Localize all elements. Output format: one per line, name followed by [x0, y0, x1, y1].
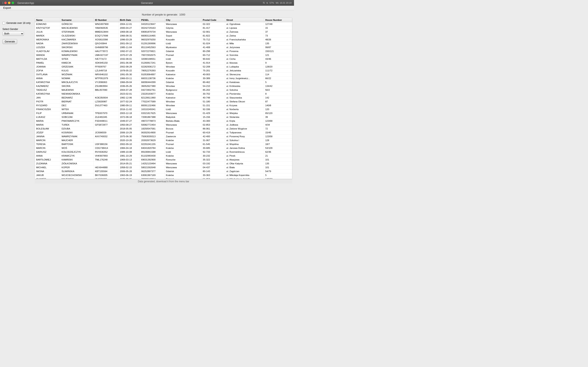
table-cell: 51-180	[201, 100, 225, 104]
table-cell: ul. Wspólna	[225, 142, 264, 146]
table-cell: 2000-04-27	[119, 26, 140, 30]
gender-select-group: Select Gender Both Male Female	[2, 28, 32, 36]
table-cell: 121	[264, 53, 292, 57]
table-cell: JCI596559	[94, 131, 119, 134]
notification-icon: N	[263, 1, 265, 4]
titlebar:  GeneratorApp Generator N ℼ 57% Wt. 16.…	[0, 0, 294, 6]
close-button[interactable]	[4, 2, 7, 4]
table-cell: 80-298	[201, 49, 225, 53]
table-row: MAREKOLSZEWSKIEOQ7176981966-08-316608311…	[35, 34, 292, 38]
table-cell: ul. Jodłowa	[225, 123, 264, 127]
table-cell: 140/8	[264, 104, 292, 108]
table-cell: 81-822	[201, 34, 225, 38]
table-cell: 30-232	[201, 154, 225, 158]
table-row: WANDAWAWRZYNIAKUMH3271971970-07-29700729…	[35, 53, 292, 57]
table-cell: TPE657970	[94, 111, 119, 115]
table-cell: SITEK	[60, 57, 94, 61]
menubar-export[interactable]: Export	[2, 6, 13, 10]
table-cell: WAWRZYNIAK	[60, 53, 94, 57]
table-cell: 120	[264, 108, 292, 111]
table-cell: 02291041155	[140, 142, 164, 146]
table-cell: 1978-09-06	[119, 177, 140, 179]
generate-button[interactable]: Generate	[2, 39, 17, 44]
table-cell: Gdańsk	[164, 169, 201, 173]
table-cell: TML176248	[94, 158, 119, 162]
table-cell: 80-462	[201, 80, 225, 84]
table-cell: 2001-06-08	[119, 61, 140, 65]
table-cell: 75-712	[201, 38, 225, 42]
table-cell: WOŹNIAK	[60, 73, 94, 76]
table-row: KATARZYNANIEWIADOMSKA2023-02-01232201936…	[35, 92, 292, 96]
table-cell: OLSZEWSKI	[60, 34, 94, 38]
table-cell: 75063039313	[140, 134, 164, 138]
table-cell: URBANIAK	[60, 111, 94, 115]
table-row: OLIWIERMAJEWSKIVLY3710651978-09-06780906…	[35, 177, 292, 179]
table-cell: MARIA	[35, 123, 60, 127]
table-row: KRZYSZTOFMACIEJEWSKIYAW3605352000-04-270…	[35, 26, 292, 30]
table-cell: 06302914900	[140, 131, 164, 134]
table-cell: HEV644880	[94, 166, 119, 169]
window-title: Generator	[141, 1, 153, 4]
table-cell: 02-322	[201, 22, 225, 26]
table-cell: 142	[264, 96, 292, 100]
table-cell: ul. Lubiąska	[225, 65, 264, 69]
table-cell: AXX740032	[94, 134, 119, 138]
table-cell: 21	[264, 154, 292, 158]
table-row: TERESABARTOSIKUSF3881562002-09-100229104…	[35, 142, 292, 146]
table-cell: Wrocław	[164, 65, 201, 69]
table-cell: STEFANIAK	[60, 30, 94, 34]
table-cell: NIEWIADOMSKA	[60, 92, 94, 96]
table-cell: JÓZEF	[35, 131, 60, 134]
table-cell: MATYLDA	[35, 57, 60, 61]
table-cell: JAKUB	[35, 173, 60, 177]
table-row: JULIASTEFANIAKMME8138441969-08-186908187…	[35, 30, 292, 34]
table-cell: 37	[264, 30, 292, 34]
table-cell: ul. Ofiar Katynia	[225, 162, 264, 166]
table-column-header: Street	[225, 18, 264, 22]
maximize-button[interactable]	[12, 2, 14, 4]
table-cell: Zawiercie	[164, 134, 201, 138]
table-cell: Bytom	[164, 61, 201, 65]
table-cell: 30-389	[201, 76, 225, 80]
minimize-button[interactable]	[8, 2, 10, 4]
table-cell: 123/68	[264, 119, 292, 123]
table-cell: Kraków	[164, 154, 201, 158]
table-cell: Gdynia	[164, 26, 201, 30]
table-cell: KOPER	[60, 166, 94, 169]
data-table-container[interactable]: NameSurnameID NumberBirth DatePESELCityP…	[35, 18, 292, 179]
table-cell: ul. Jeżynowa	[225, 45, 264, 49]
table-cell: 43-300	[201, 119, 225, 123]
table-header-row: NameSurnameID NumberBirth DatePESELCityP…	[35, 18, 292, 22]
table-cell: KULIG	[60, 69, 94, 73]
table-cell: 2004-07-28	[119, 88, 140, 92]
table-cell: ul. Kwiatowa	[225, 80, 264, 84]
table-row: JOANNAGRZESIAKFFI5097672002-08-290228293…	[35, 65, 292, 69]
table-cell: 51-151	[201, 104, 225, 108]
table-cell: KAMIŃSKI	[60, 158, 94, 162]
table-cell: JOANNA	[35, 65, 60, 69]
table-cell: Warszawa	[164, 162, 201, 166]
table-cell: 40-748	[201, 96, 225, 100]
gender-select[interactable]: Both Male Female	[2, 31, 24, 36]
table-cell: LESZEK	[35, 45, 60, 49]
table-cell: 63061967169	[140, 173, 164, 177]
table-cell: 1950-08-27	[119, 123, 140, 127]
table-cell: ul. Porannej Rosy	[225, 134, 264, 138]
table-cell: 04-437	[201, 166, 225, 169]
table-cell: Łódź	[164, 42, 201, 45]
table-cell: 92-733	[201, 150, 225, 154]
table-cell: 1975-06-30	[119, 134, 140, 138]
table-cell	[94, 108, 119, 111]
table-row: ZOFIAKULIGLZL6497181978-05-2278052276393…	[35, 69, 292, 73]
table-cell: 20302673629	[140, 138, 164, 142]
table-cell: TERESA	[35, 142, 60, 146]
table-row: JAKUBWOJCIECHOWSKIBKY5360051963-06-19630…	[35, 173, 292, 177]
table-cell: 02-901	[201, 30, 225, 34]
table-cell: 92072270821	[140, 49, 164, 53]
generate-over-18-checkbox[interactable]	[2, 22, 5, 25]
table-cell: 36052627380	[140, 84, 164, 88]
table-cell: 16310249341	[140, 108, 164, 111]
table-cell: Warszawa	[164, 123, 201, 127]
table-cell: SIKORA	[60, 84, 94, 88]
table-cell: 86-061	[201, 127, 225, 131]
